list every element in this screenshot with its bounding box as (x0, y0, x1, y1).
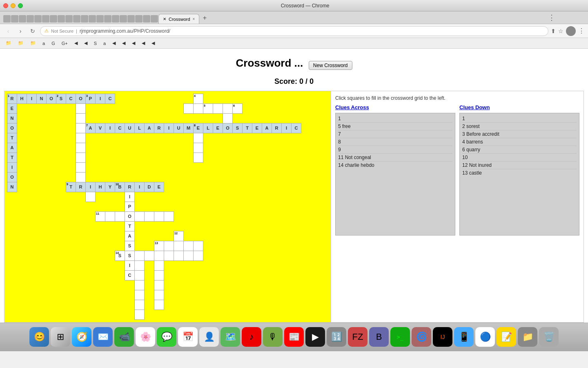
dock-icon-mail[interactable]: ✉️ (93, 327, 113, 347)
bookmark-item[interactable]: G+ (59, 40, 70, 47)
bookmark-item[interactable]: 📁 (16, 40, 26, 47)
clue-down-item[interactable]: 13 castle (462, 169, 577, 177)
crossword-cell[interactable] (135, 251, 145, 260)
crossword-cell[interactable] (115, 211, 125, 221)
crossword-cell[interactable] (154, 280, 164, 290)
crossword-cell[interactable] (76, 143, 86, 153)
crossword-cell[interactable]: C (292, 123, 301, 133)
bookmark-item[interactable]: a (101, 40, 108, 47)
crossword-cell[interactable]: N (7, 113, 17, 123)
crossword-cell[interactable]: P (125, 202, 135, 211)
dock-icon-maps[interactable]: 🗺️ (220, 327, 240, 347)
share-button[interactable]: ⬆ (551, 28, 556, 34)
crossword-cell[interactable]: E (252, 123, 262, 133)
crossword-cell[interactable] (86, 192, 96, 202)
active-tab[interactable]: ✕ Crossword × (158, 14, 199, 24)
crossword-cell[interactable]: T (7, 133, 17, 143)
crossword-cell[interactable] (135, 260, 145, 270)
crossword-cell[interactable]: L (135, 123, 145, 133)
browser-menu-button[interactable]: ⋮ (578, 27, 585, 35)
address-input[interactable]: ⚠ Not Secure | rjmprogramming.com.au/PHP… (40, 26, 548, 36)
crossword-cell[interactable] (76, 123, 86, 133)
crossword-cell[interactable]: T (7, 153, 17, 162)
crossword-cell[interactable] (154, 211, 164, 221)
crossword-cell[interactable]: I (135, 182, 145, 192)
dock-icon-appletv[interactable]: ▶ (305, 327, 325, 347)
crossword-cell[interactable]: A (125, 231, 135, 241)
crossword-cell[interactable]: A (145, 123, 154, 133)
crossword-cell[interactable] (154, 290, 164, 300)
crossword-cell[interactable]: O (7, 172, 17, 182)
tab-close-icon[interactable]: × (193, 17, 195, 21)
clue-down-item[interactable]: 4 barrens (462, 138, 577, 146)
crossword-cell[interactable] (154, 260, 164, 270)
bookmark-item[interactable]: 📁 (3, 40, 14, 47)
bookmark-item[interactable]: ◀ (72, 40, 80, 47)
crossword-cell[interactable] (194, 153, 203, 162)
crossword-cell[interactable]: O (47, 94, 56, 103)
crossword-cell[interactable]: I (105, 123, 115, 133)
crossword-cell[interactable]: E (154, 182, 164, 192)
crossword-cell[interactable]: L (203, 123, 213, 133)
crossword-cell[interactable]: R (76, 182, 86, 192)
dock-icon-podcasts[interactable]: 🎙 (263, 327, 283, 347)
bookmark-item[interactable]: ◀ (129, 40, 138, 47)
bookmark-button[interactable]: ☆ (558, 28, 564, 34)
maximize-button[interactable] (18, 3, 23, 8)
crossword-cell[interactable]: 13 (154, 241, 164, 251)
clue-across-item[interactable]: 7 (338, 130, 452, 138)
crossword-cell[interactable]: N (7, 182, 17, 192)
crossword-cell[interactable]: H (96, 182, 105, 192)
crossword-cell[interactable] (194, 251, 203, 260)
dock-icon-contacts[interactable]: 👤 (199, 327, 219, 347)
crossword-cell[interactable] (164, 211, 174, 221)
crossword-cell[interactable]: E (213, 123, 223, 133)
crossword-cell[interactable]: T (243, 123, 252, 133)
crossword-cell[interactable]: C (125, 270, 135, 280)
dock-icon-finder[interactable]: 😊 (29, 327, 49, 347)
dock-icon-safari[interactable]: 🧭 (72, 327, 91, 347)
crossword-cell[interactable]: 9T (66, 182, 76, 192)
crossword-cell[interactable] (174, 251, 184, 260)
clue-down-item[interactable]: 12 Not inured (462, 162, 577, 169)
crossword-cell[interactable]: R (272, 123, 282, 133)
crossword-cell[interactable] (194, 241, 203, 251)
dock-icon-trash[interactable]: 🗑️ (539, 327, 559, 347)
clue-across-item[interactable]: 14 charlie hebdo (338, 162, 452, 169)
dock-icon-launchpad[interactable]: ⊞ (51, 327, 70, 347)
crossword-cell[interactable] (213, 103, 223, 113)
bookmark-item[interactable]: a (40, 40, 47, 47)
bookmark-item[interactable]: ◀ (82, 40, 90, 47)
crossword-cell[interactable]: 6 (233, 103, 243, 113)
crossword-cell[interactable]: 8E (194, 123, 203, 133)
crossword-cell[interactable] (154, 251, 164, 260)
dock-icon-messages[interactable]: 💬 (157, 327, 176, 347)
new-crossword-button[interactable]: New Crossword (309, 61, 352, 70)
back-button[interactable]: ‹ (3, 27, 13, 36)
crossword-cell[interactable]: S (125, 251, 135, 260)
crossword-cell[interactable]: 12 (174, 231, 184, 241)
crossword-cell[interactable]: E (7, 103, 17, 113)
crossword-cell[interactable] (135, 270, 145, 280)
crossword-cell[interactable] (135, 290, 145, 300)
dock-icon-filezilla[interactable]: FZ (348, 327, 368, 347)
crossword-cell[interactable]: C (115, 123, 125, 133)
clue-down-item[interactable]: 3 Before accredit (462, 130, 577, 138)
bookmark-item[interactable]: ◀ (120, 40, 128, 47)
crossword-cell[interactable]: I (125, 192, 135, 202)
crossword-cell[interactable]: 1R (7, 94, 17, 103)
crossword-cell[interactable]: O (125, 211, 135, 221)
dock-icon-photos[interactable]: 🌸 (136, 327, 155, 347)
crossword-cell[interactable] (223, 113, 233, 123)
window-menu-button[interactable]: ⋮ (548, 13, 555, 22)
crossword-cell[interactable]: Y (105, 182, 115, 192)
crossword-cell[interactable] (76, 172, 86, 182)
crossword-cell[interactable] (164, 241, 174, 251)
dock-icon-chrome[interactable]: 🔵 (475, 327, 495, 347)
crossword-cell[interactable] (145, 211, 154, 221)
forward-button[interactable]: › (16, 27, 25, 36)
dock-icon-calculator[interactable]: 🔢 (327, 327, 346, 347)
crossword-cell[interactable]: U (174, 123, 184, 133)
crossword-cell[interactable]: I (7, 162, 17, 172)
clue-down-item[interactable]: 2 sorest (462, 123, 577, 130)
